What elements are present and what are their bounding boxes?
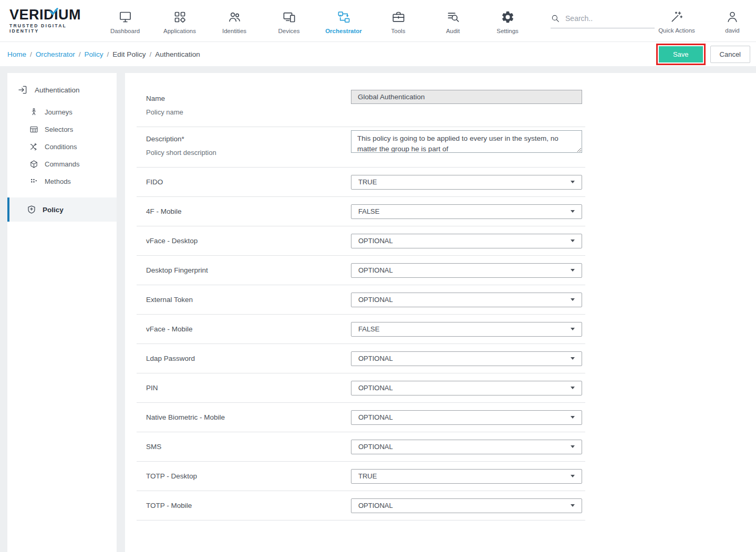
audit-icon [446,10,460,24]
devices-icon [282,10,296,24]
breadcrumb-home[interactable]: Home [7,50,26,58]
external-token-dropdown[interactable]: OPTIONAL [351,293,582,307]
nav-item-settings[interactable]: Settings [480,8,535,34]
field-label: SMS [146,443,351,451]
sidebar-item-methods[interactable]: Methods [7,173,117,190]
breadcrumb-separator: / [79,50,81,58]
name-field-row: Name Policy name [125,87,756,127]
native-biometric-mobile-dropdown[interactable]: OPTIONAL [351,410,582,425]
vface-desktop-dropdown[interactable]: OPTIONAL [351,234,582,248]
nav-item-label: Devices [278,28,300,34]
brand-logo[interactable]: VERIDIUM TRUSTED DIGITAL IDENTITY [9,8,81,34]
chevron-down-icon [571,504,575,507]
field-row-native-biometric-mobile: Native Biometric - MobileOPTIONAL [125,403,756,432]
field-row-external-token: External TokenOPTIONAL [125,285,756,314]
desktop-fingerprint-dropdown[interactable]: OPTIONAL [351,263,582,278]
sidebar: AuthenticationJourneysSelectorsCondition… [7,73,117,552]
ldap-password-dropdown[interactable]: OPTIONAL [351,351,582,366]
dropdown-selected-value: OPTIONAL [358,296,393,304]
breadcrumb-separator: / [30,50,32,58]
chevron-down-icon [571,210,575,213]
dropdown-selected-value: FALSE [358,207,379,215]
field-row-vface-desktop: vFace - DesktopOPTIONAL [125,226,756,255]
applications-icon [173,10,187,24]
description-label: Description* [146,135,351,143]
sidebar-item-commands[interactable]: Commands [7,155,117,173]
methods-icon [29,177,38,186]
nav-item-orchestrator[interactable]: Orchestrator [316,8,371,34]
field-label: Native Biometric - Mobile [146,413,351,421]
field-label: Desktop Fingerprint [146,266,351,274]
policy-name-input[interactable] [351,90,582,104]
breadcrumb-policy[interactable]: Policy [85,50,103,58]
dropdown-selected-value: TRUE [358,178,377,186]
field-label: vFace - Desktop [146,237,351,245]
field-label: vFace - Mobile [146,325,351,333]
dropdown-selected-value: OPTIONAL [358,384,393,392]
sidebar-item-policy-active[interactable]: Policy [7,197,117,222]
sidebar-item-label: Methods [45,178,71,185]
nav-item-tools[interactable]: Tools [371,8,426,34]
cancel-button[interactable]: Cancel [710,46,750,63]
breadcrumb: Home/Orchestrator/Policy/Edit Policy/Aut… [7,50,200,58]
nav-item-label: Dashboard [110,28,140,34]
brand-name: VERIDIUM [9,7,81,23]
nav-item-identities[interactable]: Identities [207,8,262,34]
nav-item-dashboard[interactable]: Dashboard [98,8,152,34]
sidebar-item-authentication[interactable]: Authentication [7,73,117,103]
login-icon [17,85,28,95]
field-row-totp-mobile: TOTP - MobileOPTIONAL [125,491,756,520]
totp-mobile-dropdown[interactable]: OPTIONAL [351,498,582,513]
fido-dropdown[interactable]: TRUE [351,175,582,190]
breadcrumb-separator: / [149,50,151,58]
row-divider [137,520,585,520]
user-icon [726,10,739,24]
brand-check-icon [49,4,58,18]
breadcrumb-edit-policy: Edit Policy [112,50,146,58]
nav-item-audit[interactable]: Audit [426,8,480,34]
orchestrator-icon [337,10,351,24]
dropdown-selected-value: OPTIONAL [358,266,393,274]
description-field-row: Description* Policy short description Th… [125,127,756,167]
field-row-vface-mobile: vFace - MobileFALSE [125,315,756,343]
search-icon [551,14,560,23]
user-menu[interactable]: david [710,8,754,34]
conditions-icon [29,142,38,151]
field-label: Ldap Password [146,355,351,362]
brand-tagline: TRUSTED DIGITAL IDENTITY [9,23,81,34]
field-label: External Token [146,296,351,304]
journeys-icon [29,108,38,117]
search-box [551,14,655,28]
breadcrumb-orchestrator[interactable]: Orchestrator [36,50,75,58]
nav-item-devices[interactable]: Devices [262,8,316,34]
sidebar-item-journeys[interactable]: Journeys [7,103,117,121]
nav-item-label: Tools [391,28,406,34]
magic-wand-icon [670,10,683,24]
save-button[interactable]: Save [659,46,703,63]
pin-dropdown[interactable]: OPTIONAL [351,381,582,395]
chevron-down-icon [571,357,575,360]
dropdown-selected-value: OPTIONAL [358,413,393,421]
chevron-down-icon [571,239,575,242]
field-row-ldap-password: Ldap PasswordOPTIONAL [125,344,756,373]
vface-mobile-dropdown[interactable]: FALSE [351,322,582,337]
sms-dropdown[interactable]: OPTIONAL [351,440,582,454]
policy-description-textarea[interactable]: This policy is going to be applied to ev… [351,130,582,153]
totp-desktop-dropdown[interactable]: TRUE [351,469,582,484]
search-input[interactable] [565,14,655,23]
sidebar-item-selectors[interactable]: Selectors [7,121,117,138]
sidebar-item-conditions[interactable]: Conditions [7,138,117,155]
nav-item-label: Orchestrator [325,28,362,34]
quick-actions-button[interactable]: Quick Actions [655,8,699,34]
field-row-totp-desktop: TOTP - DesktopTRUE [125,462,756,491]
main-nav: DashboardApplicationsIdentitiesDevicesOr… [98,8,535,34]
chevron-down-icon [571,387,575,389]
sidebar-item-label: Conditions [45,143,77,151]
field-row-pin: PINOPTIONAL [125,373,756,402]
user-menu-label: david [725,27,740,34]
top-right-actions: Quick Actionsdavid [655,8,754,34]
sidebar-item-label: Selectors [45,126,73,133]
4f-mobile-dropdown[interactable]: FALSE [351,204,582,219]
nav-item-applications[interactable]: Applications [152,8,207,34]
field-row-4f-mobile: 4F - MobileFALSE [125,197,756,226]
